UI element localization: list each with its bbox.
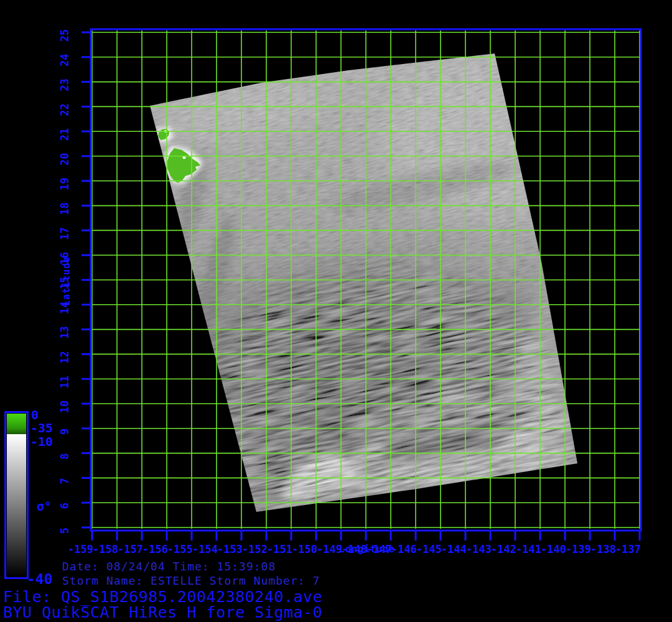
y-tick-label: 13: [58, 326, 71, 338]
x-tick-label: -150: [292, 543, 317, 555]
x-axis-title: Longitude: [339, 544, 395, 555]
y-tick-label: 9: [58, 429, 71, 435]
y-tick-label: 5: [58, 527, 71, 534]
x-tick-label: -151: [267, 543, 292, 555]
y-tick-label: 7: [58, 478, 71, 484]
x-tick-label: -149: [317, 543, 342, 555]
storm-line: Storm Name: ESTELLE Storm Number: 7: [62, 574, 320, 587]
y-tick-label: 8: [58, 453, 71, 459]
x-tick-label: -154: [192, 543, 218, 555]
y-tick-label: 6: [58, 503, 71, 509]
x-tick-label: -138: [590, 543, 616, 555]
y-tick-label: 12: [58, 351, 71, 363]
x-tick-label: -143: [466, 543, 492, 555]
colorbar-label-green-bottom: -35: [30, 420, 53, 435]
y-tick-label: 25: [58, 29, 71, 42]
y-axis-title: Latitude: [61, 256, 72, 306]
y-tick-label: 18: [58, 202, 71, 215]
colorbar-ocean-segment: [7, 434, 26, 577]
x-tick-label: -159: [68, 543, 93, 555]
y-tick-label: 24: [58, 54, 71, 67]
colorbar-label-gray-top: -10: [30, 434, 53, 449]
x-tick-label: -145: [416, 543, 442, 555]
x-tick-label: -153: [217, 543, 243, 555]
x-tick-label: -155: [167, 543, 193, 555]
y-tick-label: 11: [58, 376, 71, 388]
y-tick-label: 22: [58, 103, 71, 116]
x-tick-label: -158: [93, 543, 118, 555]
x-tick-label: -156: [142, 543, 168, 555]
date-time-line: Date: 08/24/04 Time: 15:39:08: [62, 560, 276, 573]
x-tick-label: -141: [516, 543, 541, 555]
x-tick-label: -144: [441, 543, 467, 555]
byu-line: BYU QuikSCAT HiRes H fore Sigma-0: [3, 603, 322, 621]
y-tick-label: 21: [58, 128, 71, 141]
y-tick-label: 23: [58, 78, 71, 91]
y-tick-label: 20: [58, 153, 71, 165]
colorbar-land-segment: [7, 414, 26, 434]
x-tick-label: -139: [566, 543, 591, 555]
x-tick-label: -142: [491, 543, 516, 555]
quikscat-sigma0-plot: -159-158-157-156-155-154-153-152-151-150…: [0, 0, 672, 622]
x-tick-label: -146: [391, 543, 417, 555]
x-tick-label: -140: [541, 543, 566, 555]
x-tick-label: -157: [118, 543, 143, 555]
colorbar-sigma-label: σ°: [37, 499, 52, 514]
x-tick-label: -137: [615, 543, 641, 555]
y-tick-label: 10: [58, 401, 71, 413]
y-tick-label: 19: [58, 178, 71, 190]
colorbar-label-bottom: -40: [27, 571, 53, 587]
y-tick-label: 17: [58, 227, 71, 239]
x-tick-label: -152: [242, 543, 268, 555]
